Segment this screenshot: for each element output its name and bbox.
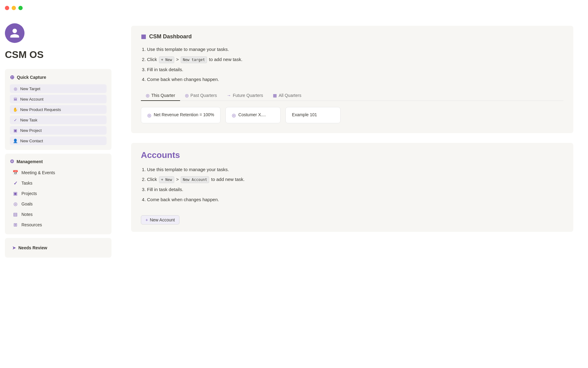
quick-item-new-account[interactable]: 🏛 New Account xyxy=(10,95,107,103)
card-costumer-x[interactable]: ◎ Costumer X.... xyxy=(225,107,281,123)
send-icon: ➤ xyxy=(12,245,16,250)
past-quarters-tab-icon: ◎ xyxy=(185,93,189,98)
csm-instructions-list: Use this template to manage your tasks. … xyxy=(141,46,564,83)
check-icon: ✓ xyxy=(13,117,18,122)
needs-review-header[interactable]: ➤ Needs Review xyxy=(10,243,107,253)
calendar-icon: 📅 xyxy=(12,170,18,176)
click-new-tag: + New xyxy=(159,56,174,63)
app-icon xyxy=(5,23,24,43)
projects-label: Projects xyxy=(21,191,37,196)
quick-item-new-contact-label: New Contact xyxy=(20,139,43,143)
resources-label: Resources xyxy=(21,222,42,227)
csm-dashboard-block: ▦ CSM Dashboard Use this template to man… xyxy=(131,26,573,133)
tab-this-quarter[interactable]: ◎ This Quarter xyxy=(141,90,180,101)
sidebar-item-projects[interactable]: ▣ Projects xyxy=(10,189,107,198)
maximize-button[interactable] xyxy=(18,6,23,10)
accounts-instruction-1: Use this template to manage your tasks. xyxy=(147,166,564,173)
notes-icon: ▤ xyxy=(12,211,18,217)
plus-circle-icon: ⊕ xyxy=(10,74,14,81)
quick-item-new-task[interactable]: ✓ New Task xyxy=(10,116,107,124)
csm-dashboard-title: CSM Dashboard xyxy=(149,33,192,40)
quick-item-new-product-requests[interactable]: ✋ New Product Requests xyxy=(10,105,107,114)
tab-past-quarters[interactable]: ◎ Past Quarters xyxy=(180,90,222,101)
instruction-1: Use this template to manage your tasks. xyxy=(147,46,564,53)
goals-label: Goals xyxy=(21,201,33,206)
tab-this-quarter-label: This Quarter xyxy=(151,93,175,98)
quick-item-new-account-label: New Account xyxy=(20,97,43,102)
monitor-icon: ▦ xyxy=(141,33,146,40)
sidebar-item-goals[interactable]: ◎ Goals xyxy=(10,199,107,209)
tab-all-quarters[interactable]: ▦ All Quarters xyxy=(268,90,306,101)
hand-icon: ✋ xyxy=(13,107,18,112)
accounts-title: Accounts xyxy=(141,150,564,160)
quick-item-new-product-requests-label: New Product Requests xyxy=(20,107,61,112)
accounts-instruction-3: Fill in task details. xyxy=(147,186,564,193)
instruction-4: Come back when changes happen. xyxy=(147,76,564,83)
card-1-text: Net Revenue Retention = 100% xyxy=(154,112,214,117)
accounts-account-tag: New Account xyxy=(181,176,209,183)
person-icon: 👤 xyxy=(13,138,18,143)
goals-target-icon: ◎ xyxy=(12,201,18,207)
quick-capture-header: ⊕ Quick Capture xyxy=(10,74,107,81)
account-icon: 🏛 xyxy=(13,97,18,102)
folder-icon: ▣ xyxy=(13,128,18,133)
meeting-events-label: Meeting & Events xyxy=(21,170,55,175)
tasks-check-icon: ✓ xyxy=(12,180,18,186)
tasks-label: Tasks xyxy=(21,181,32,186)
accounts-click-new-tag: + New xyxy=(159,176,174,183)
sidebar-item-notes[interactable]: ▤ Notes xyxy=(10,210,107,219)
tab-future-quarters[interactable]: → Future Quarters xyxy=(222,90,268,101)
management-items: 📅 Meeting & Events ✓ Tasks ▣ Projects ◎ … xyxy=(10,168,107,229)
accounts-instruction-4: Come back when changes happen. xyxy=(147,196,564,203)
sidebar-item-tasks[interactable]: ✓ Tasks xyxy=(10,178,107,188)
quick-capture-items: ◎ New Target 🏛 New Account ✋ New Product… xyxy=(10,84,107,145)
tab-all-quarters-label: All Quarters xyxy=(279,93,301,98)
management-label: Management xyxy=(17,159,43,164)
quick-item-new-project-label: New Project xyxy=(20,128,42,133)
quick-item-new-target-label: New Target xyxy=(20,86,40,91)
main-content: ▦ CSM Dashboard Use this template to man… xyxy=(116,16,588,368)
card-2-text: Costumer X.... xyxy=(238,112,266,117)
new-account-button-label: New Account xyxy=(150,217,175,222)
csm-dashboard-header: ▦ CSM Dashboard xyxy=(141,33,564,40)
card-2-icon: ◎ xyxy=(232,113,236,118)
all-quarters-tab-icon: ▦ xyxy=(273,93,277,98)
card-example-101[interactable]: Example 101 xyxy=(285,107,341,123)
accounts-block: Accounts Use this template to manage you… xyxy=(131,143,573,232)
tab-past-quarters-label: Past Quarters xyxy=(190,93,217,98)
management-header: ⚙ Management xyxy=(10,159,107,164)
minimize-button[interactable] xyxy=(12,6,16,10)
sidebar-item-resources[interactable]: ⊞ Resources xyxy=(10,220,107,229)
new-account-button[interactable]: + New Account xyxy=(141,215,179,224)
needs-review-section: ➤ Needs Review xyxy=(5,238,111,258)
quick-item-new-target[interactable]: ◎ New Target xyxy=(10,84,107,93)
instruction-2: Click + New > New target to add new task… xyxy=(147,56,564,63)
sidebar: CSM OS ⊕ Quick Capture ◎ New Target 🏛 Ne… xyxy=(0,16,116,368)
card-1-icon: ◎ xyxy=(147,113,151,118)
quick-item-new-task-label: New Task xyxy=(20,118,37,122)
dashboard-tabs: ◎ This Quarter ◎ Past Quarters → Future … xyxy=(141,90,564,101)
card-3-text: Example 101 xyxy=(292,112,317,117)
needs-review-label: Needs Review xyxy=(18,245,47,250)
instruction-3: Fill in task details. xyxy=(147,66,564,73)
quick-capture-section: ⊕ Quick Capture ◎ New Target 🏛 New Accou… xyxy=(5,69,111,150)
quick-item-new-project[interactable]: ▣ New Project xyxy=(10,126,107,135)
resources-layers-icon: ⊞ xyxy=(12,222,18,228)
close-button[interactable] xyxy=(5,6,9,10)
dashboard-cards: ◎ Net Revenue Retention = 100% ◎ Costume… xyxy=(141,107,564,123)
this-quarter-tab-icon: ◎ xyxy=(146,93,149,98)
new-account-plus-icon: + xyxy=(145,217,148,222)
quick-item-new-contact[interactable]: 👤 New Contact xyxy=(10,136,107,145)
app-title: CSM OS xyxy=(5,49,111,60)
quick-capture-label: Quick Capture xyxy=(17,75,46,80)
sidebar-item-meeting-events[interactable]: 📅 Meeting & Events xyxy=(10,168,107,177)
titlebar xyxy=(0,0,588,16)
management-section: ⚙ Management 📅 Meeting & Events ✓ Tasks … xyxy=(5,154,111,234)
gear-icon: ⚙ xyxy=(10,159,14,164)
user-icon xyxy=(9,28,20,39)
projects-folder-icon: ▣ xyxy=(12,190,18,197)
notes-label: Notes xyxy=(21,212,33,217)
accounts-instruction-2: Click + New > New Account to add new tas… xyxy=(147,176,564,183)
card-net-revenue[interactable]: ◎ Net Revenue Retention = 100% xyxy=(141,107,221,123)
new-target-tag: New target xyxy=(181,56,207,63)
